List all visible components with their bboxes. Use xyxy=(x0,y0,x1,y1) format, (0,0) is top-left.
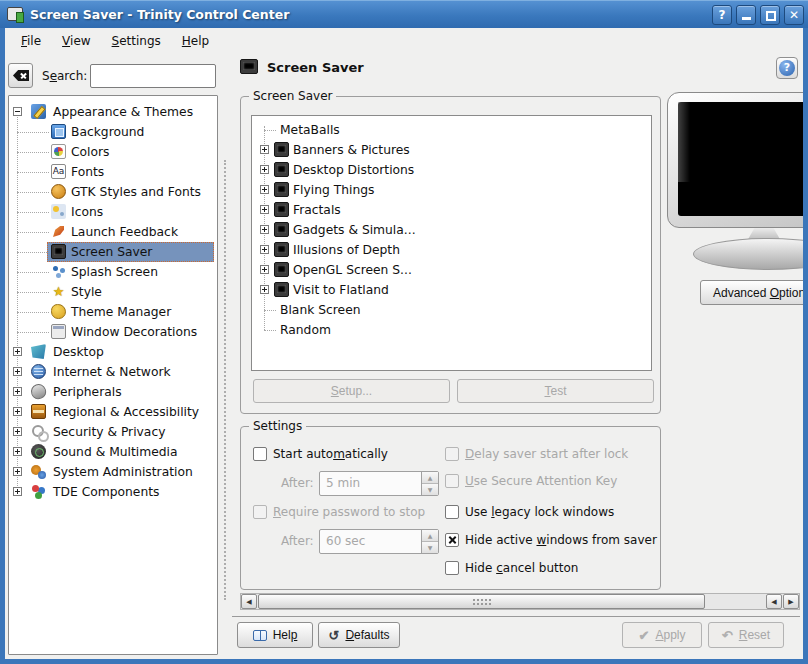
tree-expander-icon[interactable] xyxy=(260,165,269,174)
tree-line xyxy=(17,272,49,273)
sidebar-item[interactable]: System Administration xyxy=(9,462,217,482)
tree-expander-icon[interactable] xyxy=(13,487,22,496)
minimize-button[interactable] xyxy=(736,5,756,25)
test-button[interactable]: Test xyxy=(457,379,654,403)
search-input[interactable] xyxy=(90,64,216,88)
sidebar-item[interactable]: GTK Styles and Fonts xyxy=(9,182,217,202)
fonts-icon xyxy=(51,164,66,179)
scroll-left-arrow-icon[interactable]: ◀ xyxy=(766,594,782,609)
peripherals-icon xyxy=(29,382,48,401)
tree-expander-icon[interactable] xyxy=(260,185,269,194)
legacy-lock-windows-checkbox[interactable] xyxy=(445,505,459,519)
saver-category-row[interactable]: Illusions of Depth xyxy=(252,240,651,260)
sidebar-item[interactable]: Launch Feedback xyxy=(9,222,217,242)
maximize-button[interactable] xyxy=(760,5,780,25)
saver-category-row[interactable]: Desktop Distortions xyxy=(252,160,651,180)
tree-expander-icon[interactable] xyxy=(13,367,22,376)
tree-expander-icon[interactable] xyxy=(13,387,22,396)
menu-settings[interactable]: Settings xyxy=(109,32,164,50)
maximize-icon xyxy=(766,11,776,21)
secure-attention-key-checkbox[interactable] xyxy=(445,474,459,488)
tde-components-icon xyxy=(31,484,46,499)
sidebar-item-label: Screen Saver xyxy=(71,242,152,262)
advanced-options-button[interactable]: Advanced Options xyxy=(700,280,803,305)
splitter-handle[interactable] xyxy=(224,160,228,600)
tree-expander-icon[interactable] xyxy=(13,427,22,436)
clear-search-button[interactable] xyxy=(8,63,33,88)
titlebar[interactable]: Screen Saver - Trinity Control Center ? … xyxy=(0,0,808,28)
sidebar-item[interactable]: Window Decorations xyxy=(9,322,217,342)
sidebar-item[interactable]: TDE Components xyxy=(9,482,217,502)
sidebar-item[interactable]: Icons xyxy=(9,202,217,222)
menu-help[interactable]: Help xyxy=(179,32,212,50)
hide-cancel-button-checkbox[interactable] xyxy=(445,561,459,575)
tree-expander-icon[interactable] xyxy=(260,285,269,294)
sidebar-item[interactable]: Sound & Multimedia xyxy=(9,442,217,462)
saver-category-row[interactable]: Flying Things xyxy=(252,180,651,200)
tree-expander-icon[interactable] xyxy=(260,205,269,214)
secure-attention-key-label: Use Secure Attention Key xyxy=(465,474,617,489)
defaults-button[interactable]: ↺ Defaults xyxy=(318,622,400,648)
after-stop-spinbox[interactable]: 60 sec ▲▼ xyxy=(319,529,439,554)
sidebar-item[interactable]: Appearance & Themes xyxy=(9,102,217,122)
saver-category-row[interactable]: OpenGL Screen S... xyxy=(252,260,651,280)
saver-item-label: Illusions of Depth xyxy=(293,240,400,260)
titlebar-help-button[interactable]: ? xyxy=(712,5,732,25)
spinner-arrows-icon[interactable]: ▲▼ xyxy=(421,530,438,553)
tree-expander-icon[interactable] xyxy=(13,347,22,356)
sidebar-item[interactable]: Internet & Network xyxy=(9,362,217,382)
tree-expander-icon[interactable] xyxy=(260,245,269,254)
start-automatically-checkbox[interactable] xyxy=(253,447,267,461)
tree-expander-icon[interactable] xyxy=(260,265,269,274)
tree-expander-icon[interactable] xyxy=(13,107,22,116)
saver-category-row[interactable]: Banners & Pictures xyxy=(252,140,651,160)
require-password-checkbox[interactable] xyxy=(253,505,267,519)
saver-item-row[interactable]: Random xyxy=(252,320,651,340)
sidebar-item[interactable]: Background xyxy=(9,122,217,142)
scrollbar-thumb[interactable] xyxy=(258,594,705,609)
sidebar-item[interactable]: Regional & Accessibility xyxy=(9,402,217,422)
scroll-left-arrow-icon[interactable]: ◀ xyxy=(241,594,257,609)
saver-category-row[interactable]: Visit to Flatland xyxy=(252,280,651,300)
saver-category-row[interactable]: Gadgets & Simula... xyxy=(252,220,651,240)
saver-item-row[interactable]: Blank Screen xyxy=(252,300,651,320)
sidebar-item[interactable]: Colors xyxy=(9,142,217,162)
module-help-button[interactable]: ? xyxy=(776,57,798,79)
scroll-right-arrow-icon[interactable]: ▶ xyxy=(783,594,799,609)
sidebar-item[interactable]: Fonts xyxy=(9,162,217,182)
sidebar-item[interactable]: Security & Privacy xyxy=(9,422,217,442)
sidebar-item[interactable]: Screen Saver xyxy=(9,242,217,262)
setup-button[interactable]: Setup... xyxy=(253,379,450,403)
gtk-styles-icon xyxy=(51,184,66,199)
style-icon xyxy=(51,284,66,299)
sidebar-item[interactable]: Splash Screen xyxy=(9,262,217,282)
sidebar-item[interactable]: Theme Manager xyxy=(9,302,217,322)
tree-expander-icon[interactable] xyxy=(13,447,22,456)
saver-category-row[interactable]: Fractals xyxy=(252,200,651,220)
tree-expander-icon[interactable] xyxy=(260,145,269,154)
menu-file[interactable]: File xyxy=(18,32,44,50)
sidebar-item[interactable]: Desktop xyxy=(9,342,217,362)
sidebar-item-label: Peripherals xyxy=(53,382,122,402)
checkmark-icon: ✔ xyxy=(639,629,650,642)
hide-active-windows-checkbox[interactable] xyxy=(445,533,459,547)
reset-button[interactable]: ↶ Reset xyxy=(708,622,784,648)
horizontal-scrollbar[interactable]: ◀ ◀ ▶ xyxy=(240,593,800,610)
help-button[interactable]: Help xyxy=(237,622,313,648)
sidebar-item[interactable]: Style xyxy=(9,282,217,302)
apply-button[interactable]: ✔ Apply xyxy=(622,622,702,648)
tree-expander-icon[interactable] xyxy=(260,225,269,234)
after-start-spinbox[interactable]: 5 min ▲▼ xyxy=(319,471,439,496)
tree-line xyxy=(17,252,49,253)
sidebar-item-label: GTK Styles and Fonts xyxy=(71,182,201,202)
delay-saver-checkbox[interactable] xyxy=(445,447,459,461)
menu-view[interactable]: View xyxy=(59,32,93,50)
close-button[interactable]: ✕ xyxy=(784,5,804,25)
tree-expander-icon[interactable] xyxy=(13,407,22,416)
after-start-value: 5 min xyxy=(326,476,360,490)
screensaver-category-icon xyxy=(274,142,289,157)
saver-item-row[interactable]: MetaBalls xyxy=(252,120,651,140)
spinner-arrows-icon[interactable]: ▲▼ xyxy=(421,472,438,495)
tree-expander-icon[interactable] xyxy=(13,467,22,476)
sidebar-item[interactable]: Peripherals xyxy=(9,382,217,402)
